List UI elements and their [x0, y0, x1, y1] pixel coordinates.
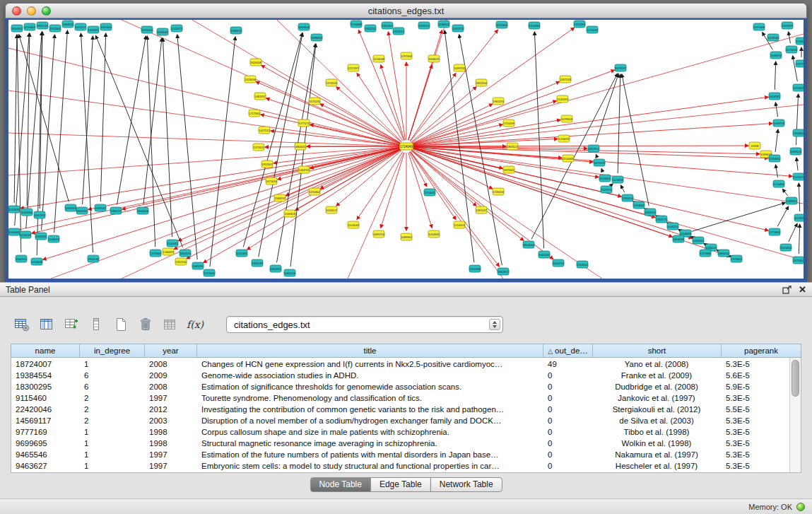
graph-node[interactable] — [633, 201, 645, 209]
graph-node[interactable] — [192, 262, 204, 269]
graph-node[interactable] — [88, 26, 99, 33]
graph-node[interactable] — [167, 240, 178, 247]
graph-node[interactable] — [284, 210, 295, 217]
graph-node[interactable] — [175, 258, 187, 265]
graph-node[interactable] — [476, 79, 487, 86]
graph-node[interactable] — [373, 55, 384, 62]
graph-node[interactable] — [49, 25, 61, 32]
graph-node[interactable] — [753, 23, 765, 30]
graph-node[interactable] — [773, 119, 784, 127]
graph-node[interactable] — [180, 250, 191, 257]
graph-node[interactable] — [401, 233, 412, 240]
scrollbar-thumb[interactable] — [792, 360, 799, 397]
graph-node[interactable] — [75, 23, 86, 30]
graph-node[interactable] — [95, 204, 106, 211]
graph-node[interactable] — [76, 207, 88, 214]
graph-node[interactable] — [454, 221, 465, 228]
column-header-short[interactable]: short — [593, 344, 722, 357]
tab-edge-table[interactable]: Edge Table — [370, 477, 431, 492]
graph-node[interactable] — [667, 223, 678, 230]
graph-node[interactable] — [254, 93, 266, 100]
graph-node[interactable] — [563, 155, 574, 162]
graph-node[interactable] — [796, 60, 804, 67]
graph-node[interactable] — [373, 230, 384, 238]
graph-node[interactable] — [31, 258, 42, 265]
graph-node[interactable] — [137, 207, 148, 214]
graph-node[interactable] — [298, 23, 310, 30]
close-button[interactable] — [12, 6, 21, 16]
graph-node[interactable] — [284, 269, 295, 276]
table-row[interactable]: 911546021997Tourette syndrome. Phenomeno… — [11, 392, 789, 404]
graph-node[interactable] — [204, 269, 215, 276]
edit-table-icon[interactable] — [62, 315, 81, 334]
graph-node[interactable] — [786, 197, 797, 204]
graph-node[interactable] — [270, 265, 281, 272]
graph-node[interactable] — [400, 143, 413, 150]
graph-node[interactable] — [577, 261, 588, 268]
graph-node[interactable] — [424, 189, 435, 196]
graph-node[interactable] — [560, 76, 571, 83]
graph-node[interactable] — [110, 207, 122, 214]
graph-node[interactable] — [365, 25, 376, 32]
column-header-year[interactable]: year — [145, 344, 197, 357]
graph-node[interactable] — [790, 148, 801, 155]
graph-node[interactable] — [496, 21, 507, 28]
graph-node[interactable] — [656, 216, 667, 223]
graph-node[interactable] — [245, 76, 256, 83]
graph-node[interactable] — [673, 235, 684, 243]
column-header-title[interactable]: title — [197, 344, 543, 357]
graph-node[interactable] — [298, 166, 310, 173]
graph-node[interactable] — [24, 23, 35, 30]
column-header-name[interactable]: name — [11, 344, 80, 357]
graph-node[interactable] — [348, 221, 359, 228]
graph-node[interactable] — [693, 237, 704, 244]
graph-node[interactable] — [507, 143, 518, 150]
graph-node[interactable] — [793, 257, 804, 264]
graph-node[interactable] — [769, 228, 780, 235]
tab-node-table[interactable]: Node Table — [310, 477, 371, 492]
graph-node[interactable] — [503, 119, 514, 127]
tab-network-table[interactable]: Network Table — [430, 477, 502, 492]
table-row[interactable]: 1456911722003Disruption of a novel membe… — [11, 415, 789, 426]
graph-node[interactable] — [786, 46, 797, 53]
graph-node[interactable] — [558, 135, 570, 142]
graph-node[interactable] — [16, 255, 27, 262]
zoom-button[interactable] — [42, 6, 51, 16]
graph-node[interactable] — [326, 79, 337, 86]
column-header-pagerank[interactable]: pagerank — [722, 344, 801, 357]
graph-node[interactable] — [62, 21, 73, 28]
graph-node[interactable] — [769, 93, 780, 100]
graph-node[interactable] — [253, 144, 264, 151]
graph-node[interactable] — [493, 188, 504, 195]
graph-node[interactable] — [274, 194, 286, 201]
graph-node[interactable] — [8, 206, 20, 213]
graph-node[interactable] — [252, 259, 263, 267]
graph-node[interactable] — [250, 59, 261, 66]
graph-node[interactable] — [718, 250, 729, 257]
graph-node[interactable] — [561, 115, 572, 122]
table-row[interactable]: 1872400712008Changes of HCN gene express… — [11, 358, 789, 370]
graph-node[interactable] — [498, 268, 509, 275]
chevron-updown-icon[interactable] — [489, 319, 500, 330]
graph-node[interactable] — [141, 26, 153, 33]
graph-node[interactable] — [100, 23, 112, 30]
graph-node[interactable] — [469, 265, 481, 272]
graph-node[interactable] — [65, 204, 76, 211]
graph-node[interactable] — [157, 28, 168, 35]
graph-node[interactable] — [557, 95, 568, 103]
graph-node[interactable] — [295, 143, 306, 150]
graph-node[interactable] — [700, 250, 711, 257]
show-columns-icon[interactable] — [37, 315, 56, 334]
graph-node[interactable] — [767, 34, 779, 41]
graph-node[interactable] — [382, 22, 393, 29]
graph-node[interactable] — [588, 145, 599, 152]
graph-node[interactable] — [780, 244, 792, 251]
minimize-button[interactable] — [27, 6, 36, 16]
graph-node[interactable] — [249, 110, 260, 117]
graph-node[interactable] — [348, 64, 359, 71]
graph-node[interactable] — [601, 186, 612, 193]
table-settings-icon[interactable] — [13, 315, 31, 334]
graph-node[interactable] — [773, 180, 784, 187]
graph-node[interactable] — [20, 231, 31, 238]
table-selector-combobox[interactable]: citations_edges.txt — [226, 316, 503, 333]
